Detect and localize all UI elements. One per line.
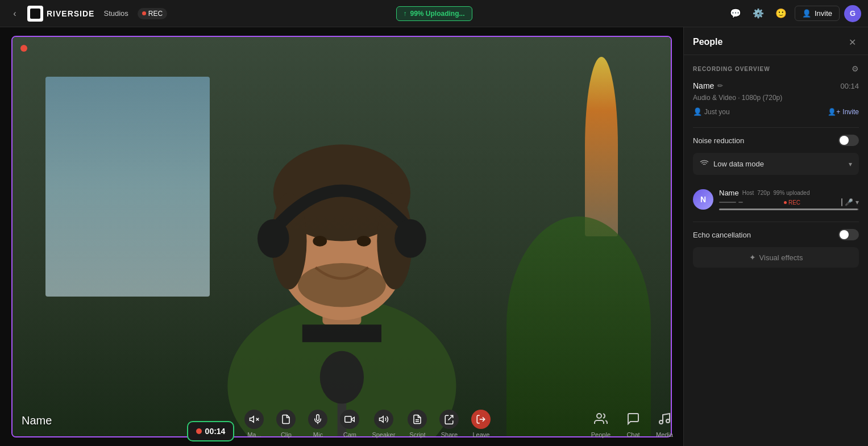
media-tab-label: Media bbox=[656, 431, 673, 438]
noise-reduction-toggle[interactable] bbox=[838, 135, 859, 146]
chat-tab-button[interactable]: Chat bbox=[618, 409, 648, 441]
svg-rect-11 bbox=[302, 324, 381, 342]
smiley-button[interactable]: 🙂 bbox=[772, 5, 790, 23]
mute-icon bbox=[244, 410, 264, 429]
clip-label: Clip bbox=[281, 431, 292, 438]
stop-rec-dot-icon bbox=[196, 428, 202, 434]
rec-label: REC bbox=[148, 10, 163, 18]
settings-button[interactable]: ⚙️ bbox=[749, 5, 767, 23]
participant-info: Name Host 720p 99% uploaded REC bbox=[719, 189, 859, 210]
rec-name-text: Name bbox=[693, 81, 714, 90]
video-container: Name bbox=[11, 36, 672, 437]
sidebar-close-button[interactable]: ✕ bbox=[845, 35, 859, 49]
media-tab-button[interactable]: Media bbox=[648, 409, 681, 441]
upload-arrow-icon: ↑ bbox=[404, 10, 407, 18]
speaker-button[interactable]: Speaker bbox=[366, 406, 401, 441]
studios-button[interactable]: Studios bbox=[99, 7, 132, 20]
upload-button[interactable]: ↑ 99% Uploading... bbox=[396, 6, 472, 21]
edit-name-icon[interactable]: ✏ bbox=[717, 82, 723, 90]
participant-rec-badge: REC bbox=[784, 199, 800, 206]
svg-point-23 bbox=[597, 414, 601, 418]
logo-box bbox=[27, 6, 43, 22]
clip-icon bbox=[276, 410, 296, 429]
participant-progress bbox=[719, 209, 859, 210]
media-icon bbox=[658, 412, 671, 429]
divider-1 bbox=[693, 127, 859, 128]
sparkle-icon: ✦ bbox=[749, 253, 756, 262]
recording-settings-icon[interactable]: ⚙ bbox=[852, 64, 859, 73]
toggle-knob bbox=[840, 136, 849, 145]
progress-bar-bg bbox=[719, 209, 859, 210]
mic-button[interactable]: Mic bbox=[302, 406, 333, 441]
recording-overview-header: RECORDING OVERVIEW ⚙ bbox=[693, 64, 859, 73]
participant-controls: 🎤 ▾ bbox=[841, 198, 859, 206]
back-button[interactable]: ‹ bbox=[7, 6, 23, 22]
mute-button[interactable]: Ma... bbox=[239, 406, 269, 441]
sidebar-title: People bbox=[693, 37, 722, 47]
share-label: Share bbox=[441, 431, 458, 438]
mic-icon-sm: 🎤 bbox=[845, 198, 853, 206]
invite-label: Invite bbox=[815, 9, 832, 18]
leave-label: Leave bbox=[472, 431, 489, 438]
noise-reduction-row: Noise reduction bbox=[693, 135, 859, 146]
echo-toggle-knob bbox=[840, 230, 849, 239]
participant-name: Name bbox=[719, 189, 739, 197]
rec-quality: Audio & Video · 1080p (720p) bbox=[693, 94, 859, 102]
chat-tab-label: Chat bbox=[626, 431, 639, 438]
invite-button[interactable]: 👤 Invite bbox=[795, 6, 840, 21]
sidebar-content: RECORDING OVERVIEW ⚙ Name ✏ 00:14 Audio … bbox=[684, 55, 868, 446]
participant-row: N Name Host 720p 99% uploaded bbox=[693, 184, 859, 215]
rec-name-left: Name ✏ bbox=[693, 81, 723, 90]
logo-text: RIVERSIDE bbox=[47, 9, 94, 18]
svg-point-6 bbox=[258, 219, 289, 258]
rec-label-sm: REC bbox=[788, 199, 800, 206]
expand-icon[interactable]: ▾ bbox=[855, 198, 859, 206]
clip-button[interactable]: Clip bbox=[271, 406, 301, 441]
captions-button[interactable]: 💬 bbox=[726, 5, 745, 23]
rec-time: 00:14 bbox=[840, 82, 859, 90]
script-button[interactable]: Script bbox=[402, 406, 433, 441]
invite-link[interactable]: 👤+ Invite bbox=[828, 108, 859, 116]
upload-pct: 99% uploaded bbox=[774, 190, 810, 196]
rec-dot-icon bbox=[142, 11, 146, 15]
logo-area: RIVERSIDE bbox=[27, 6, 94, 22]
recording-overview-title: RECORDING OVERVIEW bbox=[693, 66, 770, 72]
people-tab-button[interactable]: People bbox=[583, 409, 618, 441]
svg-marker-18 bbox=[351, 417, 354, 422]
svg-point-10 bbox=[298, 263, 386, 307]
svg-point-13 bbox=[319, 351, 363, 404]
topbar-left: ‹ RIVERSIDE Studios REC bbox=[7, 6, 392, 22]
share-icon bbox=[439, 410, 459, 429]
logo-inner bbox=[30, 9, 40, 19]
user-avatar[interactable]: G bbox=[844, 5, 861, 22]
just-you-label: 👤 Just you bbox=[693, 107, 730, 116]
echo-cancellation-toggle[interactable] bbox=[838, 229, 859, 240]
rec-participants: 👤 Just you 👤+ Invite bbox=[693, 107, 859, 116]
cam-icon bbox=[340, 410, 359, 429]
rec-name-row: Name ✏ 00:14 bbox=[693, 81, 859, 90]
quality-badge: 720p bbox=[757, 190, 770, 196]
leave-button[interactable]: Leave bbox=[466, 406, 496, 441]
stop-recording-button[interactable]: 00:14 bbox=[187, 421, 235, 441]
cam-button[interactable]: Cam bbox=[334, 406, 365, 441]
visual-effects-row[interactable]: ✦ Visual effects bbox=[693, 247, 859, 268]
low-data-mode-label: Low data mode bbox=[713, 160, 764, 168]
low-data-mode-row[interactable]: Low data mode ▾ bbox=[693, 153, 859, 175]
script-label: Script bbox=[409, 431, 425, 438]
chevron-down-icon: ▾ bbox=[849, 160, 852, 168]
video-rec-dot bbox=[20, 45, 27, 52]
share-button[interactable]: Share bbox=[434, 406, 464, 441]
host-badge: Host bbox=[742, 190, 754, 196]
sidebar-header: People ✕ bbox=[684, 27, 868, 55]
main-content: Name 00:14 Ma... bbox=[0, 27, 683, 446]
upload-label: 99% Uploading... bbox=[410, 10, 465, 18]
invite-text: Invite bbox=[842, 108, 859, 116]
mute-label: Ma... bbox=[247, 431, 261, 438]
stop-rec-time: 00:14 bbox=[205, 427, 226, 436]
leave-icon bbox=[471, 410, 491, 429]
people-icon bbox=[594, 412, 608, 429]
wifi-icon bbox=[700, 159, 709, 169]
speaker-icon bbox=[374, 410, 393, 429]
main-area: Name 00:14 Ma... bbox=[0, 27, 868, 446]
user-initial: G bbox=[850, 9, 855, 18]
